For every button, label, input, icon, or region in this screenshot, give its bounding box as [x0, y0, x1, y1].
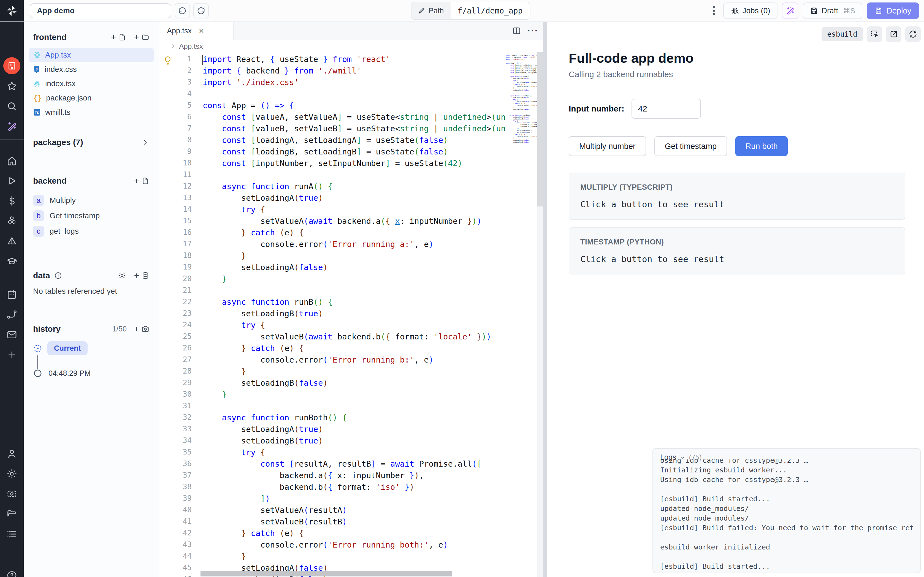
code-line[interactable]: 9 const [loadingB, setLoadingB] = useSta…	[159, 147, 543, 159]
code-line[interactable]: 35 try {	[159, 448, 543, 459]
code-line[interactable]: 16 } catch (e) {	[159, 228, 543, 240]
inspect-button[interactable]	[867, 26, 882, 42]
code-line[interactable]: 18 }	[159, 251, 543, 263]
code-line[interactable]: 41 setValueB(resultB)	[159, 517, 543, 529]
app-name-input[interactable]	[30, 3, 171, 18]
variables-nav[interactable]	[6, 195, 18, 207]
file-item-index.css[interactable]: 3index.css	[29, 62, 154, 77]
tab-app-tsx[interactable]: App.tsx ×	[159, 22, 234, 40]
add-snapshot-button[interactable]	[133, 325, 149, 333]
code-line[interactable]: 2import { backend } from './wmill'	[159, 66, 543, 77]
draft-button[interactable]: Draft ⌘S	[803, 2, 862, 19]
jobs-button[interactable]: Jobs (0)	[723, 2, 777, 19]
search-nav[interactable]	[6, 100, 18, 112]
code-line[interactable]: 3import './index.css'	[159, 77, 543, 89]
code-line[interactable]: 40 setValueA(resultA)	[159, 505, 543, 517]
path-control[interactable]: Path f/all/demo_app	[411, 2, 531, 20]
code-line[interactable]: 12 async function runA() {	[159, 182, 543, 193]
code-line[interactable]: 34 setLoadingB(true)	[159, 436, 543, 448]
file-item-wmill.ts[interactable]: TSwmill.ts	[29, 105, 154, 119]
code-line[interactable]: 21	[159, 286, 543, 297]
close-icon[interactable]: ×	[199, 26, 204, 35]
input-number-field[interactable]	[632, 99, 701, 119]
code-line[interactable]: 28 }	[159, 367, 543, 378]
resources-nav[interactable]	[6, 215, 18, 227]
split-view-icon[interactable]	[512, 26, 521, 35]
code-line[interactable]: 7 const [valueB, setValueB] = useState<s…	[159, 124, 543, 135]
ai-assistant-button[interactable]	[782, 2, 798, 19]
code-line[interactable]: 14 try {	[159, 205, 543, 216]
minimap[interactable]: import React, { useState } from 'react'i…	[506, 55, 537, 577]
schedules-nav[interactable]	[6, 288, 18, 301]
code-line[interactable]: 23 setLoadingB(true)	[159, 309, 543, 321]
logs-panel[interactable]: Logs (75) Using idb cache for csstype@3.…	[652, 448, 921, 573]
code-line[interactable]: 32 async function runBoth() {	[159, 413, 543, 424]
code-line[interactable]: 42 } catch (e) {	[159, 529, 543, 540]
add-file-button[interactable]	[110, 33, 126, 41]
history-entry[interactable]: 04:48:29 PM	[33, 369, 149, 378]
code-line[interactable]: 22 async function runB() {	[159, 297, 543, 309]
code-line[interactable]: 1import React, { useState } from 'react'	[159, 55, 543, 66]
windmill-logo[interactable]	[0, 0, 24, 21]
packages-section-header[interactable]: packages (7)	[33, 138, 149, 147]
add-table-button[interactable]	[133, 272, 149, 279]
code-line[interactable]: 39 ])	[159, 494, 543, 505]
get-timestamp-button[interactable]: Get timestamp	[655, 136, 727, 156]
backend-item-get_logs[interactable]: cget_logs	[33, 224, 149, 239]
file-item-App.tsx[interactable]: App.tsx	[29, 48, 154, 62]
backend-item-Multiply[interactable]: aMultiply	[33, 193, 149, 208]
code-line[interactable]: 30 }	[159, 390, 543, 401]
multiply-number-button[interactable]: Multiply number	[569, 136, 646, 156]
path-edit-button[interactable]: Path	[411, 2, 451, 19]
info-icon[interactable]	[54, 271, 62, 280]
code-line[interactable]: 26 } catch (e) {	[159, 343, 543, 355]
code-line[interactable]: 33 setLoadingA(true)	[159, 424, 543, 436]
data-settings-button[interactable]	[118, 271, 126, 280]
settings-nav[interactable]	[6, 468, 18, 480]
code-line[interactable]: 29 setLoadingB(false)	[159, 378, 543, 390]
panel-splitter[interactable]	[543, 22, 547, 577]
run-both-button[interactable]: Run both	[735, 136, 788, 156]
open-external-button[interactable]	[886, 26, 901, 42]
inbox-nav[interactable]	[6, 329, 18, 341]
ai-nav[interactable]	[6, 120, 18, 132]
favorites-nav[interactable]	[6, 80, 18, 92]
code-line[interactable]: 25 setValueB(await backend.b({ format: '…	[159, 332, 543, 343]
home-nav[interactable]	[6, 155, 18, 167]
audit-logs-nav[interactable]	[6, 528, 18, 540]
code-line[interactable]: 27 console.error('Error running b:', e)	[159, 355, 543, 367]
instance-settings-nav[interactable]	[6, 488, 18, 500]
code-line[interactable]: 36 const [resultA, resultB] = await Prom…	[159, 459, 543, 471]
redo-button[interactable]	[194, 3, 209, 18]
code-area[interactable]: 1import React, { useState } from 'react'…	[159, 52, 543, 577]
add-backend-runnable-button[interactable]	[133, 177, 149, 185]
file-item-index.tsx[interactable]: index.tsx	[29, 77, 154, 91]
code-line[interactable]: 8 const [loadingA, setLoadingA] = useSta…	[159, 135, 543, 147]
editor-breadcrumb[interactable]: App.tsx	[159, 40, 543, 52]
undo-button[interactable]	[175, 3, 190, 18]
code-line[interactable]: 38 backend.b({ format: 'iso' })	[159, 482, 543, 494]
code-line[interactable]: 15 setValueA(await backend.a({ x: inputN…	[159, 216, 543, 228]
code-line[interactable]: 6 const [valueA, setValueA] = useState<s…	[159, 112, 543, 124]
history-current-entry[interactable]: Current	[33, 342, 149, 355]
code-line[interactable]: 11	[159, 170, 543, 182]
code-line[interactable]: 37 backend.a({ x: inputNumber }),	[159, 471, 543, 482]
triggers-nav[interactable]	[6, 235, 18, 247]
code-line[interactable]: 19 setLoadingA(false)	[159, 263, 543, 274]
user-nav[interactable]	[6, 448, 18, 460]
runs-nav[interactable]	[6, 175, 18, 187]
file-item-package.json[interactable]: {}package.json	[29, 91, 154, 105]
code-line[interactable]: 31	[159, 401, 543, 413]
flows-nav[interactable]	[6, 309, 18, 321]
add-nav[interactable]	[6, 349, 18, 361]
deploy-button[interactable]: Deploy	[867, 2, 919, 19]
add-folder-button[interactable]	[133, 33, 149, 41]
active-app-button[interactable]	[3, 57, 20, 74]
code-line[interactable]: 20 }	[159, 274, 543, 286]
backend-item-Get timestamp[interactable]: bGet timestamp	[33, 208, 149, 224]
code-line[interactable]: 10 const [inputNumber, setInputNumber] =…	[159, 159, 543, 170]
workspace-folder-nav[interactable]	[6, 508, 18, 520]
more-menu-button[interactable]	[709, 3, 719, 18]
editor-vscrollbar-thumb[interactable]	[537, 52, 543, 206]
learn-nav[interactable]	[6, 255, 18, 267]
